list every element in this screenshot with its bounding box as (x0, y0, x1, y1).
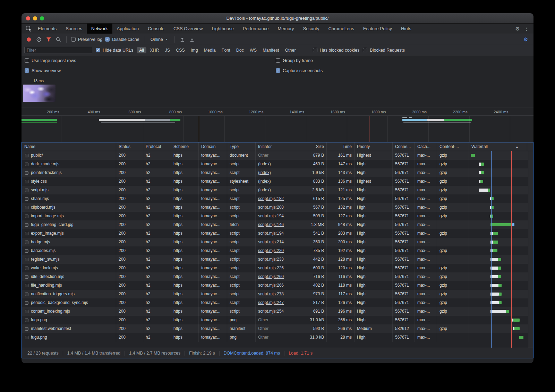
filter-type-js[interactable]: JS (163, 47, 173, 53)
network-overview[interactable]: 200 ms400 ms600 ms800 ms1000 ms1200 ms14… (22, 107, 533, 142)
preserve-log-checkbox[interactable]: Preserve log (71, 37, 102, 42)
disable-cache-checkbox[interactable]: ✓ Disable cache (105, 37, 139, 42)
initiator-link[interactable]: script.mjs:247 (258, 300, 284, 305)
show-overview-checkbox[interactable]: ✓ Show overview (25, 68, 61, 73)
tab-chromelens[interactable]: ChromeLens (324, 24, 358, 34)
request-row[interactable]: idle_detection.mjs200h2httpstomayac...sc… (22, 272, 533, 281)
more-menu-icon[interactable]: ⋮ (522, 26, 531, 32)
tab-network[interactable]: Network (87, 24, 112, 34)
initiator-link[interactable]: script.mjs:254 (258, 309, 284, 314)
tab-performance[interactable]: Performance (238, 24, 273, 34)
filter-type-manifest[interactable]: Manifest (260, 47, 281, 53)
request-row[interactable]: pointer-tracker.js200h2httpstomayac...sc… (22, 168, 533, 177)
blocked-requests-checkbox[interactable]: Blocked Requests (363, 48, 405, 53)
request-row[interactable]: wake_lock.mjs200h2httpstomayac...scripts… (22, 264, 533, 272)
filter-type-ws[interactable]: WS (247, 47, 259, 53)
request-row[interactable]: barcodes.mjs200h2httpstomayac...scriptsc… (22, 246, 533, 255)
use-large-request-rows-checkbox[interactable]: Use large request rows (25, 58, 76, 63)
initiator-link[interactable]: script.mjs:182 (258, 196, 284, 201)
minimize-button[interactable] (33, 16, 37, 20)
clear-button[interactable] (35, 36, 42, 43)
titlebar[interactable]: DevTools - tomayac.github.io/fugu-greeti… (22, 13, 533, 24)
request-row[interactable]: badge.mjs200h2httpstomayac...scriptscrip… (22, 238, 533, 246)
column-header-content[interactable]: Content-... (437, 142, 469, 151)
request-row[interactable]: dark_mode.mjs200h2httpstomayac...script(… (22, 160, 533, 168)
request-row[interactable]: fugu_greeting_card.jpg200h2httpstomayac.… (22, 220, 533, 229)
column-header-conn[interactable]: Conne... (393, 142, 415, 151)
has-blocked-cookies-checkbox[interactable]: Has blocked cookies (313, 48, 360, 53)
column-header-size[interactable]: Size (299, 142, 327, 151)
overview-strip[interactable] (22, 116, 533, 142)
column-header-initiator[interactable]: Initiator (256, 142, 299, 151)
hide-data-urls-checkbox[interactable]: ✓ Hide data URLs (96, 48, 133, 53)
search-icon[interactable] (55, 36, 62, 43)
column-header-type[interactable]: Type (227, 142, 256, 151)
close-button[interactable] (26, 16, 30, 20)
filter-type-img[interactable]: Img (188, 47, 200, 53)
request-row[interactable]: export_image.mjs200h2httpstomayac...scri… (22, 229, 533, 238)
request-row[interactable]: share.mjs200h2httpstomayac...scriptscrip… (22, 194, 533, 203)
tab-hints[interactable]: Hints (396, 24, 416, 34)
request-row[interactable]: content_indexing.mjs200h2httpstomayac...… (22, 307, 533, 316)
filmstrip-screenshot[interactable] (23, 85, 56, 102)
request-row[interactable]: fugu.png200h2httpstomayac...pngOther31.0… (22, 316, 533, 324)
request-row[interactable]: register_sw.mjs200h2httpstomayac...scrip… (22, 255, 533, 264)
export-har-icon[interactable] (189, 36, 196, 43)
settings-gear-icon[interactable]: ⚙ (513, 26, 522, 32)
tab-elements[interactable]: Elements (33, 24, 61, 34)
tab-memory[interactable]: Memory (273, 24, 298, 34)
initiator-link[interactable]: script.mjs:278 (258, 291, 284, 296)
scrollbar-track[interactable] (528, 151, 533, 348)
filter-type-all[interactable]: All (137, 47, 146, 53)
request-row[interactable]: import_image.mjs200h2httpstomayac...scri… (22, 212, 533, 220)
initiator-link[interactable]: script.mjs:233 (258, 257, 284, 262)
tab-console[interactable]: Console (143, 24, 169, 34)
initiator-link[interactable]: script.mjs:226 (258, 265, 284, 270)
request-row[interactable]: manifest.webmanifest200h2httpstomayac...… (22, 324, 533, 333)
filter-type-xhr[interactable]: XHR (147, 47, 161, 53)
filter-type-doc[interactable]: Doc (234, 47, 246, 53)
zoom-button[interactable] (40, 16, 44, 20)
capture-screenshots-checkbox[interactable]: ✓ Capture screenshots (276, 68, 323, 73)
filter-input[interactable] (24, 47, 92, 53)
record-button[interactable] (27, 37, 31, 42)
import-har-icon[interactable] (179, 36, 186, 43)
inspect-icon[interactable] (24, 24, 33, 34)
column-header-time[interactable]: Time (327, 142, 355, 151)
initiator-link[interactable]: script.mjs:194 (258, 231, 284, 236)
tab-application[interactable]: Application (112, 24, 144, 34)
network-settings-gear-icon[interactable]: ⚙ (522, 36, 530, 43)
request-row[interactable]: script.mjs200h2httpstomayac...script(ind… (22, 186, 533, 194)
initiator-link[interactable]: (index) (258, 162, 271, 166)
column-header-scheme[interactable]: Scheme (171, 142, 199, 151)
filter-type-font[interactable]: Font (219, 47, 233, 53)
request-row[interactable]: clipboard.mjs200h2httpstomayac...scripts… (22, 203, 533, 212)
column-header-priority[interactable]: Priority (355, 142, 393, 151)
initiator-link[interactable]: script.mjs:220 (258, 248, 284, 253)
column-header-domain[interactable]: Domain (199, 142, 227, 151)
group-by-frame-checkbox[interactable]: Group by frame (276, 58, 313, 63)
initiator-link[interactable]: script.mjs:214 (258, 239, 284, 244)
tab-lighthouse[interactable]: Lighthouse (207, 24, 238, 34)
request-row[interactable]: style.css200h2httpstomayac...stylesheet(… (22, 177, 533, 186)
column-header-status[interactable]: Status (116, 142, 143, 151)
filter-type-css[interactable]: CSS (173, 47, 187, 53)
tab-feature-policy[interactable]: Feature Policy (359, 24, 396, 34)
column-header-name[interactable]: Name (22, 142, 116, 151)
initiator-link[interactable]: script.mjs:266 (258, 283, 284, 288)
request-row[interactable]: public/200h2httpstomayac...documentOther… (22, 151, 533, 160)
request-row[interactable]: periodic_background_sync.mjs200h2httpsto… (22, 298, 533, 307)
tab-security[interactable]: Security (298, 24, 324, 34)
request-row[interactable]: file_handling.mjs200h2httpstomayac...scr… (22, 281, 533, 290)
initiator-link[interactable]: (index) (258, 170, 271, 175)
initiator-link[interactable]: (index) (258, 188, 271, 192)
initiator-link[interactable]: script.mjs:194 (258, 214, 284, 218)
filter-type-other[interactable]: Other (282, 47, 298, 53)
filter-type-media[interactable]: Media (202, 47, 218, 53)
initiator-link[interactable]: script.mjs:260 (258, 274, 284, 279)
tab-sources[interactable]: Sources (61, 24, 87, 34)
request-row[interactable]: fugu.png200h2httpstomayac...pngOther31.0… (22, 333, 533, 342)
tab-css-overview[interactable]: CSS Overview (169, 24, 207, 34)
initiator-link[interactable]: script.mjs:146 (258, 222, 284, 227)
column-header-cache[interactable]: Cach... (415, 142, 437, 151)
